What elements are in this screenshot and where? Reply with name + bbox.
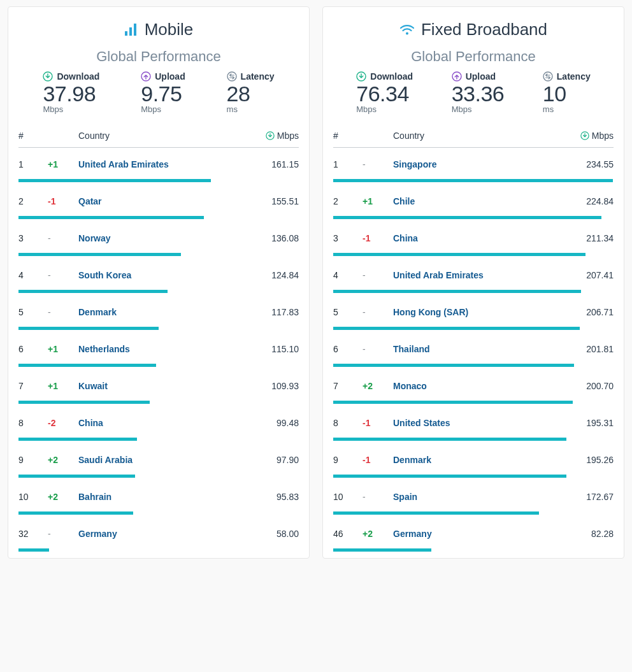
svg-point-10 <box>543 72 552 81</box>
card-title-text: Fixed Broadband <box>421 20 547 39</box>
bar-track <box>18 548 299 552</box>
bar-track <box>18 438 299 441</box>
fixed-rows: 1-Singapore234.552+1Chile224.843-1China2… <box>333 148 614 554</box>
country-link[interactable]: Saudi Arabia <box>78 455 241 465</box>
download-icon <box>266 131 275 140</box>
download-icon <box>43 71 53 82</box>
country-link[interactable]: Kuwait <box>78 381 241 391</box>
upload-label: Upload <box>155 71 185 82</box>
bar-track <box>333 475 614 478</box>
country-link[interactable]: China <box>78 418 241 428</box>
fixed-card-title: Fixed Broadband <box>333 20 614 39</box>
rank-delta: -1 <box>363 455 393 465</box>
bar-fill <box>18 401 150 404</box>
fixed-metrics: Download 76.34 Mbps Upload 33.36 Mbps La… <box>333 71 614 118</box>
mbps-value: 234.55 <box>556 159 614 169</box>
bar-fill <box>18 290 168 293</box>
upload-icon <box>141 71 151 82</box>
country-link[interactable]: China <box>393 233 556 243</box>
table-row: 10-Spain172.67 <box>333 480 614 517</box>
rank: 6 <box>18 344 48 354</box>
table-header: # Country Mbps <box>18 122 299 148</box>
download-metric: Download 37.98 Mbps <box>43 71 99 114</box>
svg-point-7 <box>406 32 408 34</box>
bar-track <box>18 216 299 219</box>
svg-point-5 <box>227 72 236 81</box>
mbps-value: 172.67 <box>556 492 614 502</box>
rank: 8 <box>333 418 363 428</box>
latency-value: 28 <box>227 83 275 106</box>
rank: 6 <box>333 344 363 354</box>
country-link[interactable]: Singapore <box>393 159 556 169</box>
country-link[interactable]: Germany <box>393 529 556 539</box>
mbps-value: 97.90 <box>241 455 299 465</box>
mbps-value: 200.70 <box>556 381 614 391</box>
bar-fill <box>333 401 573 404</box>
download-value: 76.34 <box>356 83 413 106</box>
download-value: 37.98 <box>43 83 99 106</box>
rank-delta: - <box>48 270 78 280</box>
rank: 10 <box>333 492 363 502</box>
table-row: 3-Norway136.08 <box>18 222 299 259</box>
bar-track <box>18 253 299 256</box>
rank-delta: - <box>48 529 78 539</box>
bar-track <box>333 327 614 330</box>
table-row: 1-Singapore234.55 <box>333 148 614 185</box>
bar-fill <box>18 327 159 330</box>
mbps-value: 95.83 <box>241 492 299 502</box>
rank: 3 <box>333 233 363 243</box>
table-row: 5-Denmark117.83 <box>18 296 299 332</box>
country-link[interactable]: Norway <box>78 233 241 243</box>
country-link[interactable]: Bahrain <box>78 492 241 502</box>
svg-rect-2 <box>134 24 136 36</box>
download-metric: Download 76.34 Mbps <box>356 71 413 114</box>
country-link[interactable]: South Korea <box>78 270 241 280</box>
country-link[interactable]: Qatar <box>78 196 241 206</box>
rank-delta: -1 <box>363 418 393 428</box>
country-link[interactable]: Hong Kong (SAR) <box>393 307 556 317</box>
latency-metric: Latency 10 ms <box>543 71 591 114</box>
country-link[interactable]: Germany <box>78 529 241 539</box>
mbps-value: 124.84 <box>241 270 299 280</box>
bar-track <box>18 179 299 182</box>
table-row: 8-2China99.48 <box>18 406 299 443</box>
country-link[interactable]: Thailand <box>393 344 556 354</box>
table-row: 9+2Saudi Arabia97.90 <box>18 443 299 480</box>
rank: 9 <box>333 455 363 465</box>
mbps-label: Mbps <box>592 131 614 141</box>
mobile-card: Mobile Global Performance Download 37.98… <box>8 6 310 559</box>
table-row: 7+1Kuwait109.93 <box>18 369 299 406</box>
country-link[interactable]: Chile <box>393 196 556 206</box>
rank: 4 <box>18 270 48 280</box>
table-row: 4-United Arab Emirates207.41 <box>333 259 614 296</box>
bar-fill <box>333 179 613 182</box>
bar-fill <box>333 438 566 441</box>
bar-fill <box>333 475 566 478</box>
table-row: 8-1United States195.31 <box>333 406 614 443</box>
table-header: # Country Mbps <box>333 122 614 148</box>
latency-unit: ms <box>543 104 591 114</box>
bar-fill <box>333 327 580 330</box>
latency-label: Latency <box>557 71 591 82</box>
mobile-metrics: Download 37.98 Mbps Upload 9.75 Mbps Lat… <box>18 71 299 118</box>
country-link[interactable]: United Arab Emirates <box>78 159 241 169</box>
country-link[interactable]: United Arab Emirates <box>393 270 556 280</box>
signal-bars-icon <box>124 24 138 36</box>
mbps-value: 82.28 <box>556 529 614 539</box>
upload-icon <box>452 71 462 82</box>
rank: 2 <box>18 196 48 206</box>
country-link[interactable]: Denmark <box>393 455 556 465</box>
mbps-label: Mbps <box>277 131 299 141</box>
country-link[interactable]: United States <box>393 418 556 428</box>
table-row: 9-1Denmark195.26 <box>333 443 614 480</box>
rank-delta: - <box>363 307 393 317</box>
rank-delta: -1 <box>48 196 78 206</box>
country-link[interactable]: Spain <box>393 492 556 502</box>
subtitle: Global Performance <box>18 48 299 65</box>
latency-metric: Latency 28 ms <box>227 71 275 114</box>
country-link[interactable]: Denmark <box>78 307 241 317</box>
table-row: 2-1Qatar155.51 <box>18 185 299 222</box>
table-row: 4-South Korea124.84 <box>18 259 299 296</box>
country-link[interactable]: Netherlands <box>78 344 241 354</box>
country-link[interactable]: Monaco <box>393 381 556 391</box>
